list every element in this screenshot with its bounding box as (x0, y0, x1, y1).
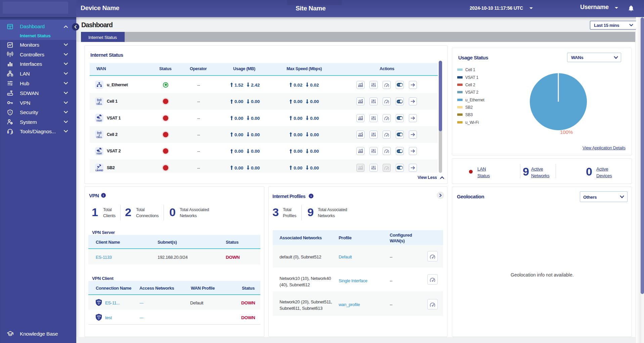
svg-text:VPN: VPN (97, 315, 100, 317)
svg-text:VPN: VPN (97, 300, 100, 302)
